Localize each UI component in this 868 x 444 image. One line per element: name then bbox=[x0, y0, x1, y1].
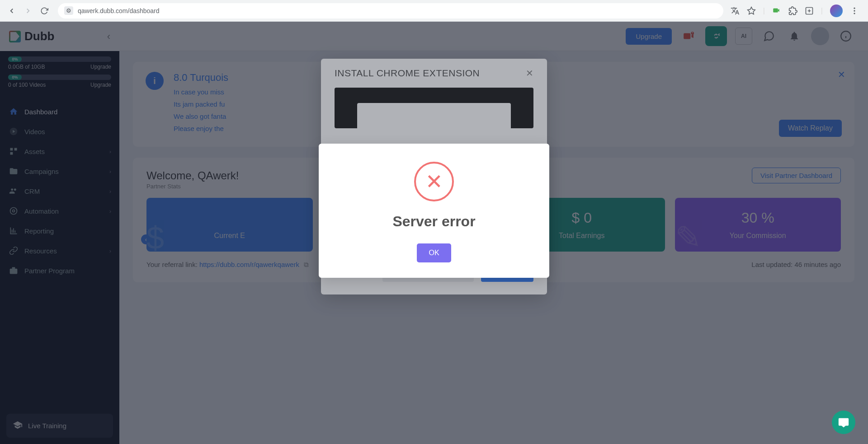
browser-actions: | | bbox=[731, 5, 863, 17]
ext-puzzle-icon[interactable] bbox=[788, 6, 797, 15]
bookmark-icon[interactable] bbox=[747, 6, 756, 15]
svg-point-4 bbox=[854, 10, 855, 11]
browser-toolbar: ⚙ qawerk.dubb.com/dashboard | | bbox=[0, 0, 868, 22]
svg-point-5 bbox=[854, 13, 855, 14]
ext-other-icon[interactable] bbox=[805, 6, 814, 15]
error-modal: ✕ Server error OK bbox=[319, 144, 549, 278]
reload-button[interactable] bbox=[38, 5, 51, 17]
error-icon: ✕ bbox=[414, 162, 454, 201]
error-title: Server error bbox=[332, 213, 536, 230]
back-button[interactable] bbox=[5, 5, 18, 17]
error-ok-button[interactable]: OK bbox=[417, 243, 451, 262]
forward-button[interactable] bbox=[22, 5, 34, 17]
site-settings-icon[interactable]: ⚙ bbox=[64, 6, 73, 15]
url-text: qawerk.dubb.com/dashboard bbox=[78, 7, 160, 14]
svg-point-3 bbox=[854, 7, 855, 9]
svg-rect-1 bbox=[773, 8, 778, 12]
x-icon: ✕ bbox=[425, 169, 443, 194]
translate-icon[interactable] bbox=[731, 6, 740, 15]
intercom-launcher[interactable] bbox=[832, 411, 855, 434]
svg-marker-0 bbox=[747, 7, 755, 14]
browser-menu-icon[interactable] bbox=[850, 6, 859, 15]
profile-avatar[interactable] bbox=[830, 5, 843, 17]
address-bar[interactable]: ⚙ qawerk.dubb.com/dashboard bbox=[58, 3, 723, 19]
ext-record-icon[interactable] bbox=[772, 6, 781, 15]
